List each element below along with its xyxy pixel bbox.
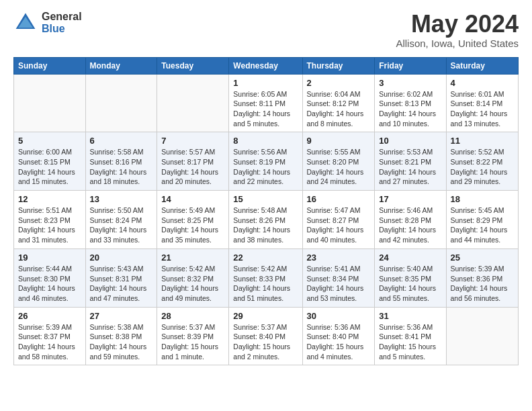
logo-text: General Blue [42,11,82,34]
day-number-7: 7 [161,136,224,146]
day-info-18: Sunrise: 5:45 AM Sunset: 8:29 PM Dayligh… [451,205,514,245]
logo-general-text: General [42,11,82,23]
day-number-25: 25 [451,253,514,263]
day-info-27: Sunrise: 5:38 AM Sunset: 8:38 PM Dayligh… [90,322,153,362]
day-number-19: 19 [18,253,81,263]
day-info-30: Sunrise: 5:36 AM Sunset: 8:40 PM Dayligh… [307,322,371,362]
col-friday: Friday [375,57,446,74]
cell-w1-d2: 7Sunrise: 5:57 AM Sunset: 8:17 PM Daylig… [157,132,229,191]
day-number-4: 4 [451,78,514,88]
col-sunday: Sunday [14,57,86,74]
day-info-25: Sunrise: 5:39 AM Sunset: 8:36 PM Dayligh… [451,264,514,304]
cell-w0-d0 [14,74,86,132]
cell-w1-d4: 9Sunrise: 5:55 AM Sunset: 8:20 PM Daylig… [302,132,375,191]
day-info-17: Sunrise: 5:46 AM Sunset: 8:28 PM Dayligh… [379,205,441,245]
cell-w0-d5: 3Sunrise: 6:02 AM Sunset: 8:13 PM Daylig… [375,74,446,132]
cell-w4-d0: 26Sunrise: 5:39 AM Sunset: 8:37 PM Dayli… [14,307,86,365]
day-info-7: Sunrise: 5:57 AM Sunset: 8:17 PM Dayligh… [161,147,224,187]
cell-w1-d6: 11Sunrise: 5:52 AM Sunset: 8:22 PM Dayli… [446,132,518,191]
day-info-23: Sunrise: 5:41 AM Sunset: 8:34 PM Dayligh… [307,264,371,304]
cell-w2-d5: 17Sunrise: 5:46 AM Sunset: 8:28 PM Dayli… [375,191,446,249]
cell-w4-d5: 31Sunrise: 5:36 AM Sunset: 8:41 PM Dayli… [375,307,446,365]
title-block: May 2024 Allison, Iowa, United States [396,11,519,49]
day-info-8: Sunrise: 5:56 AM Sunset: 8:19 PM Dayligh… [233,147,298,187]
day-number-12: 12 [18,194,81,204]
day-number-10: 10 [379,136,441,146]
day-info-2: Sunrise: 6:04 AM Sunset: 8:12 PM Dayligh… [307,89,371,129]
header: General Blue May 2024 Allison, Iowa, Uni… [13,11,519,49]
day-number-1: 1 [233,78,298,88]
calendar-body: 1Sunrise: 6:05 AM Sunset: 8:11 PM Daylig… [14,74,519,365]
cell-w1-d0: 5Sunrise: 6:00 AM Sunset: 8:15 PM Daylig… [14,132,86,191]
calendar-title: May 2024 [396,11,519,38]
week-row-0: 1Sunrise: 6:05 AM Sunset: 8:11 PM Daylig… [14,74,519,132]
day-info-31: Sunrise: 5:36 AM Sunset: 8:41 PM Dayligh… [379,322,441,362]
col-tuesday: Tuesday [157,57,229,74]
week-row-4: 26Sunrise: 5:39 AM Sunset: 8:37 PM Dayli… [14,307,519,365]
cell-w0-d3: 1Sunrise: 6:05 AM Sunset: 8:11 PM Daylig… [229,74,302,132]
cell-w3-d4: 23Sunrise: 5:41 AM Sunset: 8:34 PM Dayli… [302,248,375,307]
day-number-28: 28 [161,311,224,321]
day-info-29: Sunrise: 5:37 AM Sunset: 8:40 PM Dayligh… [233,322,298,362]
day-info-1: Sunrise: 6:05 AM Sunset: 8:11 PM Dayligh… [233,89,298,129]
day-number-18: 18 [451,194,514,204]
day-number-30: 30 [307,311,371,321]
cell-w3-d1: 20Sunrise: 5:43 AM Sunset: 8:31 PM Dayli… [85,248,157,307]
day-number-21: 21 [161,253,224,263]
logo-blue-text: Blue [42,23,82,35]
cell-w1-d1: 6Sunrise: 5:58 AM Sunset: 8:16 PM Daylig… [85,132,157,191]
cell-w2-d4: 16Sunrise: 5:47 AM Sunset: 8:27 PM Dayli… [302,191,375,249]
day-number-5: 5 [18,136,81,146]
cell-w0-d1 [85,74,157,132]
col-thursday: Thursday [302,57,375,74]
day-info-28: Sunrise: 5:37 AM Sunset: 8:39 PM Dayligh… [161,322,224,362]
cell-w1-d5: 10Sunrise: 5:53 AM Sunset: 8:21 PM Dayli… [375,132,446,191]
cell-w2-d1: 13Sunrise: 5:50 AM Sunset: 8:24 PM Dayli… [85,191,157,249]
day-info-14: Sunrise: 5:49 AM Sunset: 8:25 PM Dayligh… [161,205,224,245]
calendar-header: Sunday Monday Tuesday Wednesday Thursday… [14,57,519,74]
day-info-6: Sunrise: 5:58 AM Sunset: 8:16 PM Dayligh… [90,147,153,187]
day-info-3: Sunrise: 6:02 AM Sunset: 8:13 PM Dayligh… [379,89,441,129]
cell-w4-d1: 27Sunrise: 5:38 AM Sunset: 8:38 PM Dayli… [85,307,157,365]
cell-w2-d3: 15Sunrise: 5:48 AM Sunset: 8:26 PM Dayli… [229,191,302,249]
day-info-5: Sunrise: 6:00 AM Sunset: 8:15 PM Dayligh… [18,147,81,187]
day-number-15: 15 [233,194,298,204]
cell-w3-d5: 24Sunrise: 5:40 AM Sunset: 8:35 PM Dayli… [375,248,446,307]
day-info-13: Sunrise: 5:50 AM Sunset: 8:24 PM Dayligh… [90,205,153,245]
day-number-13: 13 [90,194,153,204]
day-number-9: 9 [307,136,371,146]
day-info-9: Sunrise: 5:55 AM Sunset: 8:20 PM Dayligh… [307,147,371,187]
cell-w4-d6 [446,307,518,365]
col-monday: Monday [85,57,157,74]
day-info-4: Sunrise: 6:01 AM Sunset: 8:14 PM Dayligh… [451,89,514,129]
day-info-15: Sunrise: 5:48 AM Sunset: 8:26 PM Dayligh… [233,205,298,245]
day-info-21: Sunrise: 5:42 AM Sunset: 8:32 PM Dayligh… [161,264,224,304]
day-number-16: 16 [307,194,371,204]
day-number-27: 27 [90,311,153,321]
page: General Blue May 2024 Allison, Iowa, Uni… [0,0,532,376]
cell-w4-d4: 30Sunrise: 5:36 AM Sunset: 8:40 PM Dayli… [302,307,375,365]
day-number-14: 14 [161,194,224,204]
week-row-3: 19Sunrise: 5:44 AM Sunset: 8:30 PM Dayli… [14,248,519,307]
day-info-16: Sunrise: 5:47 AM Sunset: 8:27 PM Dayligh… [307,205,371,245]
cell-w3-d2: 21Sunrise: 5:42 AM Sunset: 8:32 PM Dayli… [157,248,229,307]
week-row-1: 5Sunrise: 6:00 AM Sunset: 8:15 PM Daylig… [14,132,519,191]
day-number-6: 6 [90,136,153,146]
cell-w2-d2: 14Sunrise: 5:49 AM Sunset: 8:25 PM Dayli… [157,191,229,249]
cell-w4-d2: 28Sunrise: 5:37 AM Sunset: 8:39 PM Dayli… [157,307,229,365]
logo-icon [13,11,38,35]
cell-w2-d6: 18Sunrise: 5:45 AM Sunset: 8:29 PM Dayli… [446,191,518,249]
day-number-20: 20 [90,253,153,263]
day-info-22: Sunrise: 5:42 AM Sunset: 8:33 PM Dayligh… [233,264,298,304]
cell-w3-d6: 25Sunrise: 5:39 AM Sunset: 8:36 PM Dayli… [446,248,518,307]
logo: General Blue [13,11,82,35]
cell-w0-d4: 2Sunrise: 6:04 AM Sunset: 8:12 PM Daylig… [302,74,375,132]
day-info-20: Sunrise: 5:43 AM Sunset: 8:31 PM Dayligh… [90,264,153,304]
day-number-2: 2 [307,78,371,88]
cell-w3-d0: 19Sunrise: 5:44 AM Sunset: 8:30 PM Dayli… [14,248,86,307]
day-info-10: Sunrise: 5:53 AM Sunset: 8:21 PM Dayligh… [379,147,441,187]
day-number-26: 26 [18,311,81,321]
day-number-22: 22 [233,253,298,263]
week-row-2: 12Sunrise: 5:51 AM Sunset: 8:23 PM Dayli… [14,191,519,249]
day-number-24: 24 [379,253,441,263]
